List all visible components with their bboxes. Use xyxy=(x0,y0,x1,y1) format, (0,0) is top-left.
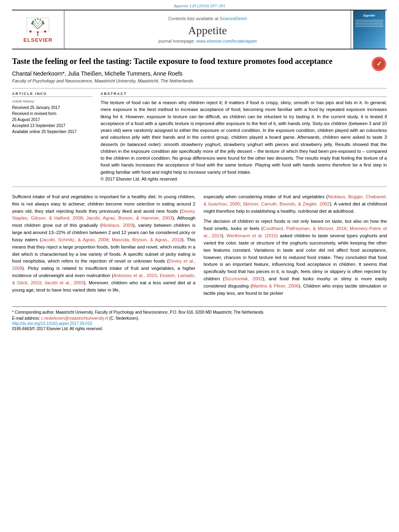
svg-point-12 xyxy=(35,19,36,21)
received-date: Received 25 January 2017 xyxy=(12,105,93,111)
ref-jacobi-2003[interactable]: Jacobi, Agras, Bryson, & Hammer, 2003 xyxy=(86,216,172,220)
journal-cover-thumbnail: Appetite xyxy=(351,10,387,49)
article-body: Taste the feeling or feel the tasting: T… xyxy=(12,56,387,331)
svg-point-10 xyxy=(32,21,34,23)
svg-point-17 xyxy=(37,31,39,33)
journal-title: Appetite xyxy=(188,24,227,37)
main-body: Sufficient intake of fruit and vegetable… xyxy=(12,193,387,300)
abstract-text: The texture of food can be a reason why … xyxy=(101,99,387,183)
ref-martins[interactable]: Martins & Pliner, 2006 xyxy=(252,283,299,288)
abstract-panel: ABSTRACT The texture of food can be a re… xyxy=(101,92,387,183)
ref-dovey-et-al[interactable]: Dovey et al., 2008 xyxy=(12,259,195,271)
article-info-heading: ARTICLE INFO xyxy=(12,92,93,97)
ref-werthmann[interactable]: Werthmann et al. (2015) xyxy=(226,233,278,238)
received-revised-label: Received in revised form xyxy=(12,111,93,117)
available-online: Available online 20 September 2017 xyxy=(12,129,93,135)
journal-homepage: journal homepage: www.elsevier.com/locat… xyxy=(158,39,257,43)
svg-line-5 xyxy=(38,22,43,27)
ref-ekstein[interactable]: Ekstein, Laniado, & Glick, 2010 xyxy=(12,273,195,285)
footer-divider xyxy=(12,306,387,307)
journal-header-bar: ELSEVIER Contents lists available at Sci… xyxy=(12,10,387,49)
article-affiliation: Faculty of Psychology and Neuroscience, … xyxy=(12,78,387,83)
journal-url-link[interactable]: www.elsevier.com/locate/appet xyxy=(196,39,257,43)
svg-line-2 xyxy=(33,23,38,29)
article-history-label: Article history: xyxy=(12,99,93,103)
ref-mascola-2010[interactable]: Mascola, Bryson, & Agras., 2010 xyxy=(112,237,182,242)
abstract-heading: ABSTRACT xyxy=(101,92,387,97)
body-right-p1: especially when considering intake of fr… xyxy=(204,193,387,215)
body-column-right: especially when considering intake of fr… xyxy=(204,193,387,300)
cover-journal-title: Appetite xyxy=(363,13,375,17)
ref-antoniou[interactable]: Antoniou et al., 2015 xyxy=(113,273,157,278)
ref-jacobi-2003b[interactable]: Jacobi et al., 2003 xyxy=(44,280,84,285)
footnote-corresponding: * Corresponding author. Maastricht Unive… xyxy=(12,309,387,315)
journal-citation: Appetite 120 (2018) 297–301 xyxy=(0,0,399,10)
ref-nicklaus-2009[interactable]: Nicklaus, 2009 xyxy=(102,223,133,228)
body-right-p2: The decision of children to reject foods… xyxy=(204,218,387,297)
email-link[interactable]: c.nederkoorn@maastrichtuniversity.nl xyxy=(41,316,108,320)
divider-2 xyxy=(12,187,387,187)
svg-line-3 xyxy=(38,23,43,29)
body-left-p1: Sufficient intake of fruit and vegetable… xyxy=(12,193,195,294)
svg-line-7 xyxy=(38,20,40,24)
elsevier-logo: ELSEVIER xyxy=(23,16,52,43)
info-abstract-section: ARTICLE INFO Article history: Received 2… xyxy=(12,92,387,183)
abstract-copyright: © 2017 Elsevier Ltd. All rights reserved… xyxy=(101,177,178,181)
body-column-left: Sufficient intake of fruit and vegetable… xyxy=(12,193,195,300)
received-revised-date: 25 August 2017 xyxy=(12,117,93,123)
doi-link[interactable]: http://dx.doi.org/10.1016/j.appet.2017.0… xyxy=(12,321,387,326)
svg-point-11 xyxy=(42,21,44,23)
svg-line-6 xyxy=(35,20,38,24)
svg-point-13 xyxy=(40,19,41,21)
elsevier-logo-section: ELSEVIER xyxy=(12,10,64,49)
svg-line-4 xyxy=(33,22,38,27)
cover-image: Appetite xyxy=(353,10,385,49)
issn-line: 0195-6663/© 2017 Elsevier Ltd. All right… xyxy=(12,327,387,331)
ref-jacobi-2008[interactable]: Jacobi, Schmitz, & Agras, 2008 xyxy=(41,237,109,242)
ref-szczesniak[interactable]: Szczesniak, 2002 xyxy=(224,276,263,281)
elsevier-tree-icon xyxy=(24,16,52,36)
svg-point-16 xyxy=(44,30,46,32)
accepted-date: Accepted 13 September 2017 xyxy=(12,123,93,129)
article-info-panel: ARTICLE INFO Article history: Received 2… xyxy=(12,92,93,183)
svg-rect-0 xyxy=(27,18,49,32)
svg-text:✓: ✓ xyxy=(376,60,382,67)
svg-point-14 xyxy=(37,18,39,20)
ref-coulthard[interactable]: Coulthard, Palfreyman, & Morizet, 2016 xyxy=(263,226,347,231)
svg-point-15 xyxy=(30,30,32,32)
article-title: Taste the feeling or feel the tasting: T… xyxy=(12,56,387,66)
footnote-email: E-mail address: c.nederkoorn@maastrichtu… xyxy=(12,315,387,321)
ref-skinner[interactable]: Skinner, Carruth, Bounds, & Ziegler, 200… xyxy=(243,201,330,206)
cover-decoration xyxy=(355,19,383,28)
crossmark-icon: ✓ xyxy=(371,56,387,72)
elsevier-wordmark: ELSEVIER xyxy=(23,37,52,43)
footnote-section: * Corresponding author. Maastricht Unive… xyxy=(12,309,387,321)
journal-name-section: Contents lists available at ScienceDirec… xyxy=(64,10,351,49)
article-authors: Chantal Nederkoorn*, Julia Theißen, Mich… xyxy=(12,70,387,77)
sciencedirect-link[interactable]: ScienceDirect xyxy=(220,16,247,21)
svg-point-8 xyxy=(31,22,33,24)
divider-1 xyxy=(12,88,387,88)
svg-point-9 xyxy=(42,22,44,24)
contents-available: Contents lists available at ScienceDirec… xyxy=(168,16,247,21)
